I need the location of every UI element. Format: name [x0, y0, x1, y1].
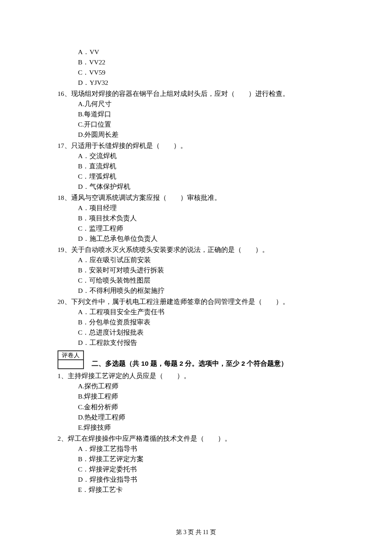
- q20-option-a: A．工程项目安全生产责任书: [78, 307, 343, 317]
- q15-option-d: D．YJV32: [78, 78, 343, 88]
- mq2-option-b: B．焊接工艺评定方案: [78, 454, 343, 464]
- q16-option-c: C.开口位置: [78, 119, 343, 130]
- q17-stem: 17、只适用于长缝焊接的焊机是（ ）。: [58, 141, 343, 151]
- q18-option-c: C．监理工程师: [78, 223, 343, 234]
- mq1-stem: 1、主持焊接工艺评定的人员应是（ ）。: [58, 371, 343, 381]
- q18-options: A．项目经理 B．项目技术负责人 C．监理工程师 D．施工总承包单位负责人: [58, 203, 343, 244]
- q15-option-c: C．VV59: [78, 67, 343, 78]
- mq2-option-c: C．焊接评定委托书: [78, 464, 343, 474]
- mq2-option-d: D．焊接作业指导书: [78, 474, 343, 485]
- q19-option-a: A．应在吸引试压前安装: [78, 255, 343, 265]
- q17-option-c: C．埋弧焊机: [78, 171, 343, 182]
- q20-options: A．工程项目安全生产责任书 B．分包单位资质报审表 C．总进度计划报批表 D．工…: [58, 307, 343, 348]
- mq2-stem: 2、焊工在焊接操作中应严格遵循的技术文件是（ ）。: [58, 434, 343, 444]
- grader-label: 评卷人: [58, 351, 84, 360]
- q18-option-a: A．项目经理: [78, 203, 343, 213]
- q18-option-d: D．施工总承包单位负责人: [78, 234, 343, 244]
- q16-option-d: D.外圆周长差: [78, 130, 343, 140]
- mq2-option-e: E．焊接工艺卡: [78, 485, 343, 495]
- q15-option-a: A．VV: [78, 47, 343, 57]
- q20-option-b: B．分包单位资质报审表: [78, 317, 343, 327]
- q16-option-a: A.几何尺寸: [78, 99, 343, 109]
- q20-stem: 20、下列文件中，属于机电工程注册建造师签章的合同管理文件是（ ）。: [58, 297, 343, 307]
- q19-option-c: C．可给喷头装饰性图层: [78, 275, 343, 286]
- q19-option-d: D．不得利用喷头的框架施拧: [78, 286, 343, 296]
- q18-option-b: B．项目技术负责人: [78, 213, 343, 223]
- q15-option-b: B．VV22: [78, 57, 343, 67]
- q15-options-continued: A．VV B．VV22 C．VV59 D．YJV32: [58, 47, 343, 88]
- grader-box: 评卷人: [58, 350, 84, 369]
- mq1-option-e: E.焊接技师: [78, 422, 343, 433]
- q17-option-d: D．气体保护焊机: [78, 182, 343, 192]
- q19-option-b: B．安装时可对喷头进行拆装: [78, 265, 343, 275]
- q20-option-c: C．总进度计划报批表: [78, 327, 343, 338]
- q16-stem: 16、现场组对焊接的容器在钢平台上组对成封头后，应对（ ）进行检查。: [58, 89, 343, 99]
- grader-blank: [58, 360, 84, 369]
- section2-heading: 二、多选题（共 10 题，每题 2 分。选项中，至少 2 个符合题意）: [92, 358, 288, 369]
- mq1-option-d: D.热处理工程师: [78, 412, 343, 422]
- mq1-option-c: C.金相分析师: [78, 402, 343, 412]
- q19-stem: 19、关于自动喷水灭火系统喷头安装要求的说法，正确的是（ ）。: [58, 245, 343, 255]
- section2-header-row: 评卷人 二、多选题（共 10 题，每题 2 分。选项中，至少 2 个符合题意）: [58, 348, 343, 369]
- mq1-options: A.探伤工程师 B.焊接工程师 C.金相分析师 D.热处理工程师 E.焊接技师: [58, 381, 343, 432]
- page-footer: 第 3 页 共 11 页: [0, 528, 392, 537]
- mq2-options: A．焊接工艺指导书 B．焊接工艺评定方案 C．焊接评定委托书 D．焊接作业指导书…: [58, 444, 343, 495]
- q20-option-d: D．工程款支付报告: [78, 338, 343, 348]
- q19-options: A．应在吸引试压前安装 B．安装时可对喷头进行拆装 C．可给喷头装饰性图层 D．…: [58, 255, 343, 296]
- mq1-option-b: B.焊接工程师: [78, 391, 343, 402]
- q16-option-b: B.每道焊口: [78, 109, 343, 119]
- exam-page: A．VV B．VV22 C．VV59 D．YJV32 16、现场组对焊接的容器在…: [0, 0, 392, 555]
- q17-option-b: B．直流焊机: [78, 161, 343, 171]
- q17-option-a: A．交流焊机: [78, 151, 343, 161]
- mq1-option-a: A.探伤工程师: [78, 381, 343, 391]
- mq2-option-a: A．焊接工艺指导书: [78, 444, 343, 454]
- q17-options: A．交流焊机 B．直流焊机 C．埋弧焊机 D．气体保护焊机: [58, 151, 343, 192]
- q16-options: A.几何尺寸 B.每道焊口 C.开口位置 D.外圆周长差: [58, 99, 343, 140]
- q18-stem: 18、通风与空调系统调试方案应报（ ）审核批准。: [58, 193, 343, 203]
